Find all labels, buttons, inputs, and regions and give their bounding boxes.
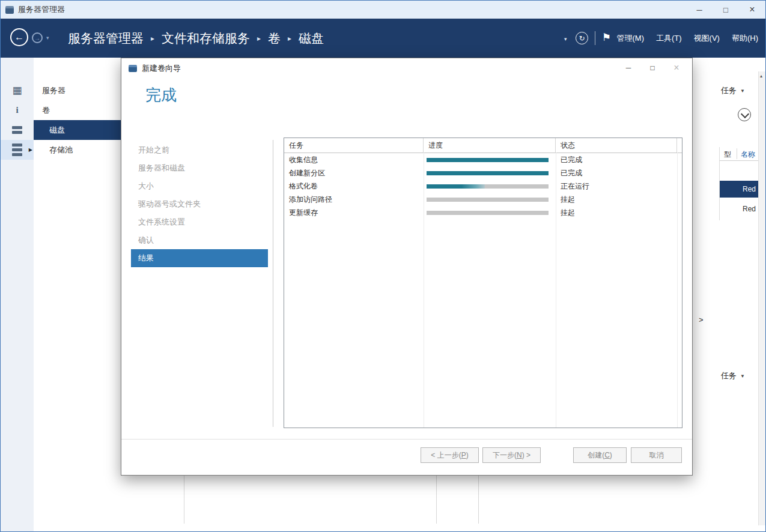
list-item[interactable]: Red (720, 181, 759, 198)
dashboard-icon: ▦ (12, 84, 22, 97)
server-manager-app-icon (5, 6, 14, 14)
breadcrumb-dropdown-icon[interactable]: ▾ (564, 36, 567, 42)
nav-local-server[interactable]: i (1, 100, 34, 120)
column-separator (424, 153, 424, 428)
tasks-dropdown-top[interactable]: 任务 ▼ (721, 85, 745, 96)
breadcrumb-item[interactable]: 文件和存储服务 (162, 30, 250, 47)
grid-line (478, 476, 479, 524)
notifications-flag-button[interactable]: ⚑ (602, 31, 611, 44)
nav-rail: ▦ i ▶ (1, 58, 34, 531)
maximize-icon[interactable]: □ (640, 58, 664, 77)
breadcrumb-item[interactable]: 磁盘 (299, 30, 324, 47)
column-separator (737, 148, 737, 159)
step-drive-letter-or-folder[interactable]: 驱动器号或文件夹 (131, 195, 268, 213)
refresh-icon: ↻ (579, 34, 585, 43)
sidebar-item-disks[interactable]: 磁盘 (34, 120, 121, 140)
step-server-and-disk[interactable]: 服务器和磁盘 (131, 159, 268, 177)
task-row[interactable]: 添加访问路径 挂起 (284, 193, 682, 206)
dialog-window-controls: ─ □ × (616, 58, 688, 77)
progress-bar (427, 211, 549, 215)
button-text: 下一步( (493, 450, 517, 461)
window-titlebar[interactable]: 服务器管理器 (1, 1, 765, 19)
nav-all-servers[interactable] (1, 120, 34, 140)
task-row[interactable]: 创建新分区 已完成 (284, 166, 682, 180)
step-confirmation[interactable]: 确认 (131, 231, 268, 249)
button-text: 取消 (649, 450, 664, 461)
vertical-scrollbar[interactable]: ▴ (758, 71, 766, 525)
back-button[interactable]: ← (10, 28, 28, 46)
previous-button[interactable]: < 上一步(P) (421, 447, 479, 463)
task-row[interactable]: 格式化卷 正在运行 (284, 180, 682, 193)
cancel-button[interactable]: 取消 (631, 447, 682, 463)
task-status: 正在运行 (556, 180, 677, 193)
sidebar-item-volumes[interactable]: 卷 (34, 100, 121, 120)
menu-view[interactable]: 视图(V) (694, 33, 720, 44)
progress-bar (427, 198, 549, 202)
step-file-system-settings[interactable]: 文件系统设置 (131, 213, 268, 231)
sidebar-item-storage-pools[interactable]: 存储池 (34, 140, 121, 160)
list-item[interactable]: Red (720, 201, 759, 217)
tasks-dropdown-bottom[interactable]: 任务 ▼ (721, 370, 745, 381)
task-progress-cell (424, 158, 556, 162)
minimize-icon[interactable]: ─ (686, 1, 713, 19)
close-icon[interactable]: × (664, 58, 688, 77)
task-name: 添加访问路径 (284, 193, 424, 206)
sidebar-item-label: 卷 (42, 106, 50, 115)
menu-manage[interactable]: 管理(M) (617, 33, 645, 44)
menu-bar: 管理(M) 工具(T) 视图(V) 帮助(H) (617, 19, 759, 58)
task-row[interactable]: 更新缓存 挂起 (284, 206, 682, 219)
step-results[interactable]: 结果 (131, 249, 268, 267)
new-volume-wizard-dialog: 新建卷向导 ─ □ × 完成 开始之前 服务器和磁盘 大小 驱动器号或文件夹 文… (121, 58, 693, 476)
close-icon[interactable]: × (739, 1, 765, 19)
nav-pane: 服务器 卷 磁盘 存储池 (34, 58, 121, 531)
sidebar-item-label: 存储池 (49, 145, 73, 154)
task-status: 挂起 (556, 193, 677, 206)
column-header-type[interactable]: 型 (724, 150, 731, 160)
task-progress-cell (424, 211, 556, 215)
step-before-you-begin[interactable]: 开始之前 (131, 141, 268, 159)
minimize-icon[interactable]: ─ (616, 58, 640, 77)
next-button[interactable]: 下一步(N) > (482, 447, 541, 463)
task-row[interactable]: 收集信息 已完成 (284, 153, 682, 166)
column-header-name[interactable]: 名称 (741, 150, 755, 160)
task-status: 已完成 (556, 166, 677, 180)
go-to-link[interactable]: > (699, 315, 704, 324)
task-table-header: 任务 进度 状态 (284, 138, 682, 153)
chevron-down-icon: ▼ (740, 373, 745, 379)
progress-bar (427, 158, 549, 162)
forward-icon: → (34, 35, 40, 41)
progress-bar (427, 171, 549, 175)
column-separator (677, 153, 678, 428)
progress-bar (427, 184, 549, 189)
footer-divider (121, 439, 692, 440)
nav-file-storage-services[interactable]: ▶ (1, 140, 34, 160)
create-button[interactable]: 创建(C) (573, 447, 627, 463)
column-header-progress[interactable]: 进度 (424, 138, 556, 153)
history-dropdown-icon[interactable]: ▾ (46, 35, 49, 41)
breadcrumb-item[interactable]: 卷 (268, 30, 281, 47)
menu-tools[interactable]: 工具(T) (656, 33, 682, 44)
task-table: 任务 进度 状态 收集信息 已完成 创建新分区 已完成 (284, 138, 682, 428)
collapse-pane-button[interactable] (738, 108, 751, 121)
column-separator (556, 153, 556, 428)
forward-button[interactable]: → (32, 32, 43, 43)
dialog-titlebar[interactable]: 新建卷向导 (121, 58, 692, 79)
menu-help[interactable]: 帮助(H) (732, 33, 758, 44)
task-name: 创建新分区 (284, 166, 424, 180)
sidebar-item-servers[interactable]: 服务器 (34, 80, 121, 100)
maximize-icon[interactable]: □ (713, 1, 739, 19)
task-progress-cell (424, 184, 556, 189)
refresh-button[interactable]: ↻ (576, 32, 588, 44)
task-progress-cell (424, 171, 556, 175)
scroll-up-icon[interactable]: ▴ (760, 73, 762, 79)
wizard-app-icon (129, 65, 137, 72)
step-size[interactable]: 大小 (131, 177, 268, 195)
sidebar-item-label: 磁盘 (49, 125, 65, 135)
nav-dashboard[interactable]: ▦ (1, 80, 34, 100)
breadcrumb-item[interactable]: 服务器管理器 (68, 30, 144, 47)
button-accesskey: C (604, 451, 610, 459)
tasks-label: 任务 (721, 370, 737, 381)
chevron-down-icon (741, 110, 749, 118)
column-header-task[interactable]: 任务 (284, 138, 424, 153)
column-header-status[interactable]: 状态 (556, 138, 677, 153)
